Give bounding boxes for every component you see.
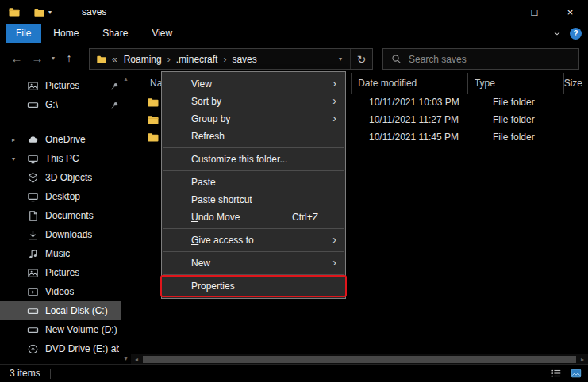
scroll-up-icon[interactable]: ▴ — [124, 75, 127, 82]
sidebar-item-onedrive[interactable]: ▸ OneDrive — [0, 130, 131, 149]
sidebar-item-pictures[interactable]: Pictures — [0, 263, 131, 282]
pictures-icon — [27, 80, 39, 92]
forward-icon[interactable]: → — [27, 52, 48, 65]
maximize-button[interactable]: □ — [517, 0, 552, 24]
sidebar-item-music[interactable]: Music — [0, 244, 131, 263]
dvd-icon — [27, 343, 39, 355]
tab-view[interactable]: View — [140, 24, 184, 43]
scroll-down-icon[interactable]: ▾ — [124, 355, 127, 362]
pin-icon — [110, 101, 119, 109]
menu-separator — [163, 228, 344, 229]
chevron-right-icon[interactable]: ▸ — [12, 136, 15, 143]
sidebar-item-new-volume-d[interactable]: New Volume (D:) — [0, 320, 131, 339]
menu-item-properties[interactable]: Properties — [162, 277, 345, 295]
search-input[interactable] — [407, 53, 578, 66]
large-icons-view-icon[interactable] — [567, 366, 585, 380]
row-date-modified: 10/11/2021 11:27 PM — [363, 114, 486, 125]
computer-icon — [27, 153, 39, 165]
window-controls: — □ × — [481, 0, 588, 24]
onedrive-cloud-icon — [27, 134, 39, 146]
submenu-arrow-icon: › — [332, 94, 336, 107]
sidebar-item-3d-objects[interactable]: 3D Objects — [0, 168, 131, 187]
status-divider — [50, 369, 51, 379]
column-header-date-modified[interactable]: Date modified — [351, 73, 467, 94]
recent-locations-chevron-icon[interactable]: ▾ — [48, 55, 59, 62]
chevron-down-icon[interactable]: ▾ — [12, 155, 15, 162]
close-button[interactable]: × — [552, 0, 588, 24]
menu-shortcut: Ctrl+Z — [292, 212, 318, 223]
refresh-icon[interactable]: ↻ — [350, 49, 372, 69]
sidebar-item-dvd-drive-e[interactable]: DVD Drive (E:) abl — [0, 339, 131, 358]
quick-access-folder-icon[interactable] — [33, 6, 45, 18]
sidebar-item-documents[interactable]: Documents — [0, 206, 131, 225]
help-icon[interactable]: ? — [570, 28, 582, 40]
menu-item-undo-move[interactable]: Undo Move Ctrl+Z — [162, 208, 345, 226]
address-folder-icon — [96, 54, 107, 65]
breadcrumb-minecraft[interactable]: .minecraft — [175, 54, 220, 65]
tab-share[interactable]: Share — [90, 24, 140, 43]
sidebar-item-downloads[interactable]: Downloads — [0, 225, 131, 244]
annotation-red-box — [160, 275, 347, 297]
menu-item-refresh[interactable]: Refresh — [162, 128, 345, 145]
qat-chevron-down-icon[interactable]: ▾ — [48, 9, 52, 16]
navigation-toolbar: ← → ▾ ↑ « Roaming › .minecraft › saves ▾… — [0, 43, 588, 73]
video-icon — [27, 286, 39, 298]
menu-item-paste-shortcut[interactable]: Paste shortcut — [162, 191, 345, 208]
status-bar: 3 items — [0, 364, 588, 382]
menu-item-sort-by[interactable]: Sort by › — [162, 93, 345, 110]
drive-icon — [27, 324, 39, 336]
scroll-left-icon[interactable]: ◂ — [131, 356, 142, 363]
column-header-type[interactable]: Type — [467, 73, 563, 94]
search-box[interactable] — [382, 48, 579, 70]
minimize-button[interactable]: — — [481, 0, 517, 24]
window-title: saves — [82, 6, 106, 17]
app-folder-icon — [8, 6, 21, 18]
sidebar-item-videos[interactable]: Videos — [0, 282, 131, 301]
menu-item-give-access-to[interactable]: Give access to › — [162, 231, 345, 249]
menu-separator — [163, 251, 344, 252]
sidebar-item-pictures-pinned[interactable]: Pictures — [0, 76, 131, 95]
back-icon[interactable]: ← — [6, 52, 27, 65]
sidebar-item-g-drive[interactable]: G:\ — [0, 95, 131, 114]
context-menu: View › Sort by › Group by › Refresh Cust… — [161, 71, 346, 299]
titlebar: ▾ saves — □ × — [0, 0, 588, 24]
monitor-icon — [27, 191, 39, 203]
navigation-pane: Pictures G:\ ▸ OneDrive ▾ This PC 3D Obj… — [0, 73, 131, 365]
menu-item-view[interactable]: View › — [162, 75, 345, 93]
breadcrumb-overflow-icon[interactable]: « — [112, 54, 117, 65]
submenu-arrow-icon: › — [332, 77, 336, 90]
sidebar-scrollbar[interactable]: ▴ ▾ — [121, 73, 131, 365]
menu-separator — [163, 170, 344, 171]
address-bar[interactable]: « Roaming › .minecraft › saves ▾ ↻ — [89, 48, 373, 70]
folder-icon — [147, 96, 159, 109]
sidebar-item-this-pc[interactable]: ▾ This PC — [0, 149, 131, 168]
tab-file[interactable]: File — [6, 24, 41, 43]
details-view-icon[interactable] — [548, 366, 565, 380]
up-icon[interactable]: ↑ — [59, 52, 79, 64]
breadcrumb-saves[interactable]: saves — [230, 54, 258, 65]
menu-item-new[interactable]: New › — [162, 254, 345, 272]
column-header-size[interactable]: Size — [563, 73, 588, 94]
row-date-modified: 10/11/2021 10:03 PM — [363, 97, 486, 108]
menu-separator — [163, 147, 344, 148]
row-type: File folder — [486, 132, 588, 143]
row-date-modified: 10/11/2021 11:45 PM — [363, 132, 486, 143]
folder-icon — [147, 131, 159, 143]
cube-icon — [27, 172, 39, 184]
expand-ribbon-chevron-icon[interactable] — [552, 29, 562, 38]
menu-separator — [163, 274, 344, 275]
menu-item-paste[interactable]: Paste — [162, 174, 345, 191]
sidebar-item-local-disk-c[interactable]: Local Disk (C:) — [0, 301, 131, 320]
tab-home[interactable]: Home — [41, 24, 90, 43]
menu-item-group-by[interactable]: Group by › — [162, 110, 345, 128]
scrollbar-thumb[interactable] — [143, 356, 576, 363]
address-dropdown-chevron-icon[interactable]: ▾ — [339, 55, 342, 63]
scroll-right-icon[interactable]: ▸ — [577, 356, 588, 363]
sidebar-item-desktop[interactable]: Desktop — [0, 187, 131, 206]
menu-item-customize-this-folder[interactable]: Customize this folder... — [162, 151, 345, 168]
breadcrumb-roaming[interactable]: Roaming — [122, 54, 163, 65]
folder-icon — [147, 113, 159, 126]
submenu-arrow-icon: › — [332, 256, 336, 269]
document-icon — [27, 210, 39, 222]
search-icon — [391, 54, 402, 64]
